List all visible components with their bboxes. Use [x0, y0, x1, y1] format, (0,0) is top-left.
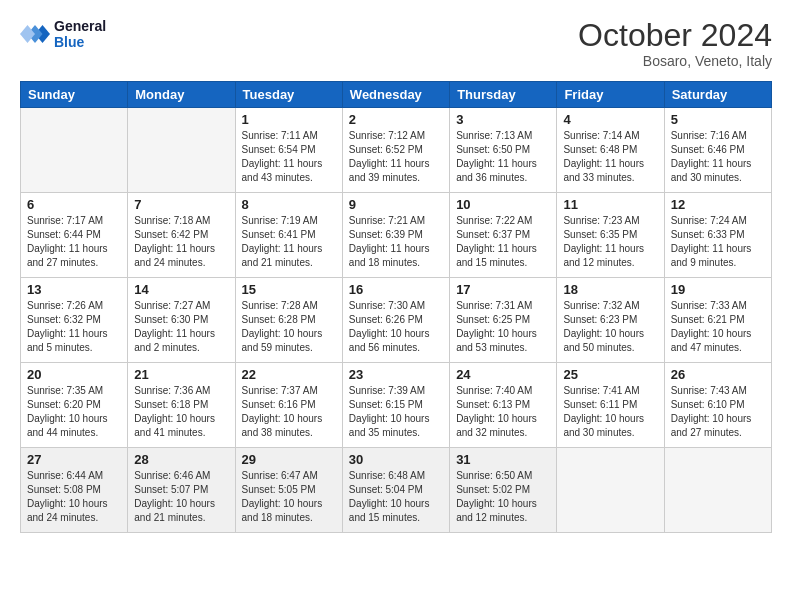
day-number: 27 — [27, 452, 121, 467]
calendar-cell: 1Sunrise: 7:11 AM Sunset: 6:54 PM Daylig… — [235, 108, 342, 193]
day-info: Sunrise: 7:39 AM Sunset: 6:15 PM Dayligh… — [349, 384, 443, 440]
day-info: Sunrise: 7:14 AM Sunset: 6:48 PM Dayligh… — [563, 129, 657, 185]
calendar-cell: 12Sunrise: 7:24 AM Sunset: 6:33 PM Dayli… — [664, 193, 771, 278]
day-number: 5 — [671, 112, 765, 127]
week-row-4: 27Sunrise: 6:44 AM Sunset: 5:08 PM Dayli… — [21, 448, 772, 533]
day-info: Sunrise: 7:37 AM Sunset: 6:16 PM Dayligh… — [242, 384, 336, 440]
day-info: Sunrise: 7:33 AM Sunset: 6:21 PM Dayligh… — [671, 299, 765, 355]
calendar-cell: 20Sunrise: 7:35 AM Sunset: 6:20 PM Dayli… — [21, 363, 128, 448]
day-info: Sunrise: 7:27 AM Sunset: 6:30 PM Dayligh… — [134, 299, 228, 355]
day-number: 17 — [456, 282, 550, 297]
calendar-cell: 13Sunrise: 7:26 AM Sunset: 6:32 PM Dayli… — [21, 278, 128, 363]
day-info: Sunrise: 6:47 AM Sunset: 5:05 PM Dayligh… — [242, 469, 336, 525]
week-row-2: 13Sunrise: 7:26 AM Sunset: 6:32 PM Dayli… — [21, 278, 772, 363]
day-info: Sunrise: 6:44 AM Sunset: 5:08 PM Dayligh… — [27, 469, 121, 525]
day-number: 4 — [563, 112, 657, 127]
week-row-1: 6Sunrise: 7:17 AM Sunset: 6:44 PM Daylig… — [21, 193, 772, 278]
calendar-cell: 17Sunrise: 7:31 AM Sunset: 6:25 PM Dayli… — [450, 278, 557, 363]
calendar-cell — [128, 108, 235, 193]
day-number: 22 — [242, 367, 336, 382]
day-info: Sunrise: 7:18 AM Sunset: 6:42 PM Dayligh… — [134, 214, 228, 270]
calendar-cell: 3Sunrise: 7:13 AM Sunset: 6:50 PM Daylig… — [450, 108, 557, 193]
calendar-cell: 19Sunrise: 7:33 AM Sunset: 6:21 PM Dayli… — [664, 278, 771, 363]
logo: General Blue — [20, 18, 106, 50]
weekday-header-row: SundayMondayTuesdayWednesdayThursdayFrid… — [21, 82, 772, 108]
week-row-0: 1Sunrise: 7:11 AM Sunset: 6:54 PM Daylig… — [21, 108, 772, 193]
calendar-cell: 22Sunrise: 7:37 AM Sunset: 6:16 PM Dayli… — [235, 363, 342, 448]
day-number: 3 — [456, 112, 550, 127]
day-number: 10 — [456, 197, 550, 212]
day-number: 9 — [349, 197, 443, 212]
day-info: Sunrise: 7:32 AM Sunset: 6:23 PM Dayligh… — [563, 299, 657, 355]
day-number: 6 — [27, 197, 121, 212]
day-number: 7 — [134, 197, 228, 212]
day-info: Sunrise: 7:21 AM Sunset: 6:39 PM Dayligh… — [349, 214, 443, 270]
header: General Blue October 2024 Bosaro, Veneto… — [20, 18, 772, 69]
calendar-cell: 15Sunrise: 7:28 AM Sunset: 6:28 PM Dayli… — [235, 278, 342, 363]
calendar-cell: 31Sunrise: 6:50 AM Sunset: 5:02 PM Dayli… — [450, 448, 557, 533]
day-info: Sunrise: 6:46 AM Sunset: 5:07 PM Dayligh… — [134, 469, 228, 525]
calendar-cell: 27Sunrise: 6:44 AM Sunset: 5:08 PM Dayli… — [21, 448, 128, 533]
weekday-header-thursday: Thursday — [450, 82, 557, 108]
calendar-cell: 11Sunrise: 7:23 AM Sunset: 6:35 PM Dayli… — [557, 193, 664, 278]
day-number: 12 — [671, 197, 765, 212]
day-number: 24 — [456, 367, 550, 382]
day-info: Sunrise: 7:12 AM Sunset: 6:52 PM Dayligh… — [349, 129, 443, 185]
month-title: October 2024 — [578, 18, 772, 53]
calendar-cell: 14Sunrise: 7:27 AM Sunset: 6:30 PM Dayli… — [128, 278, 235, 363]
day-info: Sunrise: 7:40 AM Sunset: 6:13 PM Dayligh… — [456, 384, 550, 440]
day-info: Sunrise: 7:26 AM Sunset: 6:32 PM Dayligh… — [27, 299, 121, 355]
calendar-cell: 18Sunrise: 7:32 AM Sunset: 6:23 PM Dayli… — [557, 278, 664, 363]
day-number: 21 — [134, 367, 228, 382]
day-info: Sunrise: 7:22 AM Sunset: 6:37 PM Dayligh… — [456, 214, 550, 270]
calendar-cell: 28Sunrise: 6:46 AM Sunset: 5:07 PM Dayli… — [128, 448, 235, 533]
calendar-cell: 10Sunrise: 7:22 AM Sunset: 6:37 PM Dayli… — [450, 193, 557, 278]
calendar-cell: 29Sunrise: 6:47 AM Sunset: 5:05 PM Dayli… — [235, 448, 342, 533]
calendar-cell: 30Sunrise: 6:48 AM Sunset: 5:04 PM Dayli… — [342, 448, 449, 533]
calendar-cell — [21, 108, 128, 193]
calendar-cell — [557, 448, 664, 533]
location: Bosaro, Veneto, Italy — [578, 53, 772, 69]
weekday-header-friday: Friday — [557, 82, 664, 108]
day-info: Sunrise: 6:50 AM Sunset: 5:02 PM Dayligh… — [456, 469, 550, 525]
weekday-header-tuesday: Tuesday — [235, 82, 342, 108]
day-info: Sunrise: 7:17 AM Sunset: 6:44 PM Dayligh… — [27, 214, 121, 270]
day-info: Sunrise: 7:23 AM Sunset: 6:35 PM Dayligh… — [563, 214, 657, 270]
page: General Blue October 2024 Bosaro, Veneto… — [0, 0, 792, 543]
day-info: Sunrise: 7:11 AM Sunset: 6:54 PM Dayligh… — [242, 129, 336, 185]
day-info: Sunrise: 7:19 AM Sunset: 6:41 PM Dayligh… — [242, 214, 336, 270]
day-info: Sunrise: 7:24 AM Sunset: 6:33 PM Dayligh… — [671, 214, 765, 270]
day-number: 26 — [671, 367, 765, 382]
day-info: Sunrise: 7:13 AM Sunset: 6:50 PM Dayligh… — [456, 129, 550, 185]
day-info: Sunrise: 7:31 AM Sunset: 6:25 PM Dayligh… — [456, 299, 550, 355]
calendar-cell: 25Sunrise: 7:41 AM Sunset: 6:11 PM Dayli… — [557, 363, 664, 448]
weekday-header-sunday: Sunday — [21, 82, 128, 108]
calendar-cell: 5Sunrise: 7:16 AM Sunset: 6:46 PM Daylig… — [664, 108, 771, 193]
weekday-header-monday: Monday — [128, 82, 235, 108]
calendar-cell: 21Sunrise: 7:36 AM Sunset: 6:18 PM Dayli… — [128, 363, 235, 448]
weekday-header-saturday: Saturday — [664, 82, 771, 108]
day-info: Sunrise: 6:48 AM Sunset: 5:04 PM Dayligh… — [349, 469, 443, 525]
week-row-3: 20Sunrise: 7:35 AM Sunset: 6:20 PM Dayli… — [21, 363, 772, 448]
day-info: Sunrise: 7:28 AM Sunset: 6:28 PM Dayligh… — [242, 299, 336, 355]
day-number: 14 — [134, 282, 228, 297]
calendar-cell: 9Sunrise: 7:21 AM Sunset: 6:39 PM Daylig… — [342, 193, 449, 278]
weekday-header-wednesday: Wednesday — [342, 82, 449, 108]
day-number: 2 — [349, 112, 443, 127]
day-number: 25 — [563, 367, 657, 382]
title-block: October 2024 Bosaro, Veneto, Italy — [578, 18, 772, 69]
day-number: 20 — [27, 367, 121, 382]
calendar-cell: 26Sunrise: 7:43 AM Sunset: 6:10 PM Dayli… — [664, 363, 771, 448]
day-number: 18 — [563, 282, 657, 297]
day-number: 16 — [349, 282, 443, 297]
day-number: 13 — [27, 282, 121, 297]
day-info: Sunrise: 7:35 AM Sunset: 6:20 PM Dayligh… — [27, 384, 121, 440]
day-number: 8 — [242, 197, 336, 212]
logo-icon — [20, 19, 50, 49]
calendar-cell: 16Sunrise: 7:30 AM Sunset: 6:26 PM Dayli… — [342, 278, 449, 363]
calendar: SundayMondayTuesdayWednesdayThursdayFrid… — [20, 81, 772, 533]
day-number: 11 — [563, 197, 657, 212]
day-info: Sunrise: 7:43 AM Sunset: 6:10 PM Dayligh… — [671, 384, 765, 440]
day-number: 29 — [242, 452, 336, 467]
day-number: 23 — [349, 367, 443, 382]
